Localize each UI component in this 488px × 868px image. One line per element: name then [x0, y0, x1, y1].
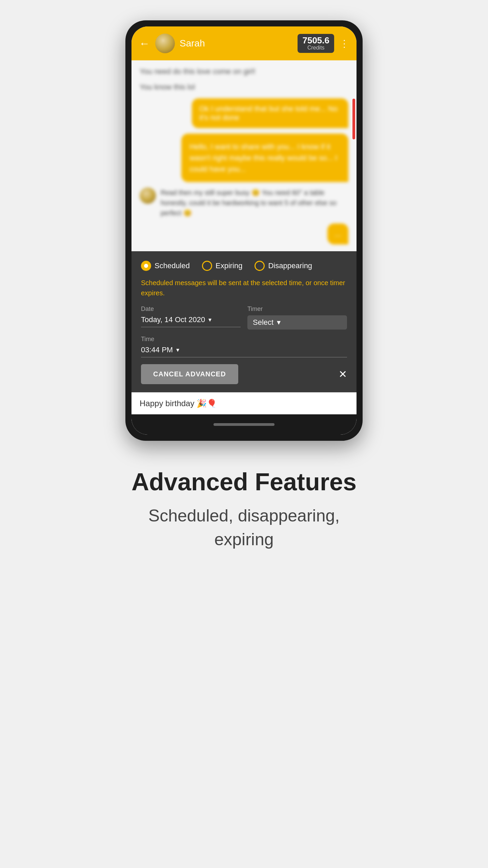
msg-sent-3: ... [327, 223, 348, 244]
feature-title: Advanced Features [131, 468, 357, 496]
avatar [155, 34, 175, 53]
credits-label: Credits [302, 45, 329, 51]
cancel-advanced-button[interactable]: CANCEL ADVANCED [141, 364, 238, 384]
time-text: 03:44 PM [141, 346, 173, 354]
back-button[interactable]: ← [139, 37, 150, 50]
scrollbar [352, 99, 355, 139]
info-text: Scheduled messages will be sent at the s… [141, 278, 347, 298]
date-field: Date Today, 14 Oct 2020 ▾ [141, 305, 241, 330]
nav-pill [214, 423, 274, 426]
phone-shell: ← Sarah 7505.6 Credits ⋮ You need do thi… [125, 20, 363, 441]
timer-field: Timer Select ▾ [247, 305, 347, 330]
time-value[interactable]: 03:44 PM ▾ [141, 346, 347, 357]
close-button[interactable]: ✕ [339, 368, 347, 380]
date-label: Date [141, 305, 241, 313]
msg-sent-2: Hello, I want to share with you... I kno… [181, 134, 348, 182]
msg-sent-1: Ok I understand that but she told me... … [192, 98, 348, 128]
radio-row: Scheduled Expiring Disappearing [141, 261, 347, 271]
date-value[interactable]: Today, 14 Oct 2020 ▾ [141, 315, 241, 327]
date-timer-row: Date Today, 14 Oct 2020 ▾ Timer Select ▾ [141, 305, 347, 330]
small-avatar [140, 188, 156, 204]
credits-number: 7505.6 [302, 36, 329, 45]
feature-section: Advanced Features Scheduled, disappearin… [118, 468, 370, 551]
input-bar[interactable]: Happy birthday 🎉🎈 [131, 392, 357, 414]
action-row: CANCEL ADVANCED ✕ [141, 364, 347, 384]
radio-disappearing[interactable]: Disappearing [255, 261, 312, 271]
chat-messages: You need do this love come on girl! You … [140, 67, 348, 244]
date-chevron: ▾ [208, 316, 211, 323]
time-row: Time 03:44 PM ▾ [141, 336, 347, 357]
contact-name: Sarah [180, 38, 298, 49]
phone-screen: ← Sarah 7505.6 Credits ⋮ You need do thi… [131, 26, 357, 435]
radio-scheduled[interactable]: Scheduled [141, 261, 190, 271]
credits-badge: 7505.6 Credits [298, 34, 334, 53]
timer-value: Select [253, 318, 273, 327]
radio-scheduled-circle [141, 261, 151, 271]
date-text: Today, 14 Oct 2020 [141, 315, 205, 324]
top-bar: ← Sarah 7505.6 Credits ⋮ [131, 26, 357, 60]
feature-subtitle: Scheduled, disappearing,expiring [131, 504, 357, 551]
radio-disappearing-circle [255, 261, 265, 271]
timer-select[interactable]: Select ▾ [247, 315, 347, 330]
advanced-panel: Scheduled Expiring Disappearing Schedule… [131, 251, 357, 392]
time-chevron: ▾ [176, 346, 179, 354]
radio-expiring-label: Expiring [216, 261, 242, 270]
radio-disappearing-label: Disappearing [268, 261, 312, 270]
bottom-nav [131, 414, 357, 435]
radio-expiring[interactable]: Expiring [202, 261, 242, 271]
time-label: Time [141, 336, 347, 343]
timer-label: Timer [247, 305, 347, 313]
chat-area: You need do this love come on girl! You … [131, 60, 357, 251]
msg-received-1: You need do this love come on girl! [140, 67, 348, 76]
msg-received-row-3: Read then my still super busy 😊 You need… [140, 188, 348, 218]
radio-expiring-circle [202, 261, 212, 271]
radio-scheduled-label: Scheduled [155, 261, 190, 270]
msg-received-3: Read then my still super busy 😊 You need… [161, 188, 348, 218]
menu-button[interactable]: ⋮ [340, 38, 349, 49]
timer-chevron: ▾ [277, 318, 281, 327]
msg-received-2: You know this lol [140, 83, 348, 92]
